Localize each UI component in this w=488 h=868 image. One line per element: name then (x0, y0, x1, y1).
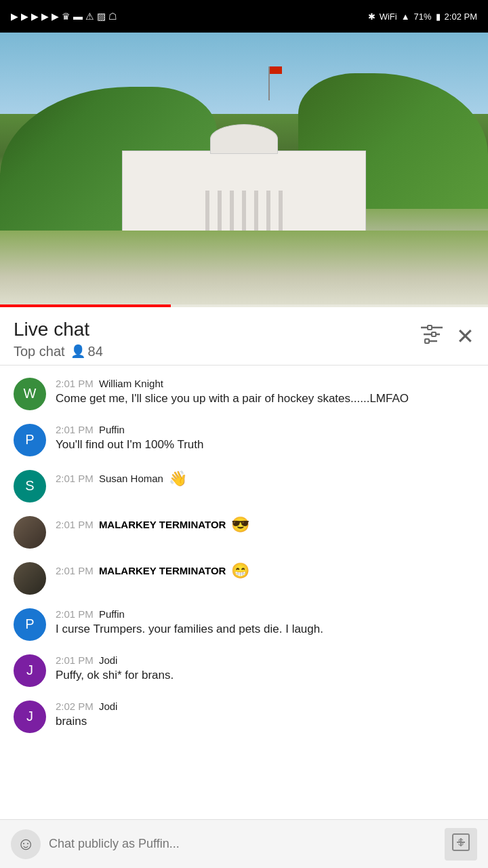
chat-messages-list: W 2:01 PM William Knight Come get me, I'… (0, 366, 488, 794)
message-content: 2:01 PM William Knight Come get me, I'll… (56, 378, 474, 407)
message-meta: 2:01 PM Puffin (56, 424, 474, 435)
chat-input-bar: ☺ $ (0, 819, 488, 868)
message-time: 2:01 PM (56, 473, 94, 484)
notification-icons: ▶ ▶ ▶ ▶ ▶ ♛ ▬ ⚠ ▨ ☖ (11, 11, 117, 22)
message-content: 2:01 PM Puffin I curse Trumpers. your fa… (56, 608, 474, 637)
avatar (14, 516, 46, 549)
avatar: W (14, 378, 46, 410)
message-content: 2:01 PM Jodi Puffy, ok shi* for brans. (56, 654, 474, 684)
emoji-button[interactable]: ☺ (11, 829, 41, 859)
chat-message: J 2:01 PM Jodi Puffy, ok shi* for brans. (0, 648, 488, 694)
send-button[interactable]: $ (445, 828, 477, 861)
viewer-count: 👤 84 (70, 344, 103, 359)
message-emoji: 😎 (231, 516, 249, 534)
filter-icon[interactable] (421, 325, 443, 349)
message-meta: 2:01 PM Jodi (56, 654, 474, 666)
chat-message: W 2:01 PM William Knight Come get me, I'… (0, 371, 488, 417)
chat-message: P 2:01 PM Puffin You'll find out I'm 100… (0, 417, 488, 463)
message-text: Puffy, ok shi* for brans. (56, 667, 474, 684)
avatar: P (14, 608, 46, 641)
message-meta: 2:02 PM Jodi (56, 701, 474, 712)
chat-header-actions: ✕ (421, 323, 474, 349)
message-author: Jodi (99, 654, 118, 666)
message-author: MALARKEY TERMINATOR (99, 519, 226, 530)
message-time: 2:01 PM (56, 519, 94, 530)
play-icon-4: ▶ (41, 11, 49, 22)
message-emoji: 😁 (231, 562, 249, 580)
viewer-icon: 👤 (70, 344, 85, 359)
svg-rect-5 (425, 339, 429, 343)
status-bar: ▶ ▶ ▶ ▶ ▶ ♛ ▬ ⚠ ▨ ☖ ✱ WiFi ▲ 71% ▮ 2:02 … (0, 0, 488, 33)
message-time: 2:01 PM (56, 654, 94, 666)
video-progress-bar[interactable] (0, 304, 488, 307)
bag-icon: ☖ (108, 11, 117, 22)
chat-message: J 2:02 PM Jodi brains (0, 694, 488, 740)
video-ground (0, 231, 488, 307)
chat-message: 2:01 PM MALARKEY TERMINATOR 😁 (0, 555, 488, 601)
play-icon: ▶ (11, 11, 18, 22)
message-content: 2:01 PM MALARKEY TERMINATOR 😁 (56, 562, 474, 581)
message-text: Come get me, I'll slice you up with a pa… (56, 391, 474, 407)
video-player[interactable] (0, 33, 488, 307)
message-text: I curse Trumpers. your families and pets… (56, 621, 474, 637)
chat-header-info: Live chat Top chat 👤 84 (14, 318, 103, 359)
message-meta: 2:01 PM Susan Homan 👋 (56, 470, 474, 488)
signal-icon: ▲ (401, 12, 410, 22)
message-time: 2:01 PM (56, 424, 94, 435)
avatar: P (14, 424, 46, 456)
message-text: brains (56, 713, 474, 730)
message-author: Puffin (99, 608, 125, 620)
video-progress-fill (0, 304, 171, 307)
image-icon: ▨ (97, 11, 106, 22)
svg-rect-3 (428, 326, 432, 330)
battery-icon: ▮ (436, 12, 441, 22)
chat-message: P 2:01 PM Puffin I curse Trumpers. your … (0, 601, 488, 648)
message-author: MALARKEY TERMINATOR (99, 565, 226, 576)
folder-icon: ▬ (73, 11, 83, 22)
video-flag (270, 66, 282, 74)
message-text: You'll find out I'm 100% Truth (56, 437, 474, 453)
avatar (14, 562, 46, 595)
warning-icon: ⚠ (85, 11, 94, 22)
message-author: Jodi (99, 701, 118, 712)
message-meta: 2:01 PM Puffin (56, 608, 474, 620)
message-content: 2:02 PM Jodi brains (56, 701, 474, 730)
wifi-icon: WiFi (380, 12, 397, 22)
message-content: 2:01 PM Puffin You'll find out I'm 100% … (56, 424, 474, 453)
message-time: 2:01 PM (56, 608, 94, 620)
message-author: Susan Homan (99, 473, 163, 484)
close-icon[interactable]: ✕ (456, 323, 474, 349)
emoji-icon: ☺ (17, 833, 35, 854)
bluetooth-icon: ✱ (368, 12, 375, 22)
message-time: 2:01 PM (56, 378, 94, 389)
message-meta: 2:01 PM William Knight (56, 378, 474, 389)
video-building (122, 151, 366, 239)
video-content (0, 33, 488, 307)
message-meta: 2:01 PM MALARKEY TERMINATOR 😁 (56, 562, 474, 580)
message-author: Puffin (99, 424, 125, 435)
svg-rect-4 (432, 332, 436, 336)
message-meta: 2:01 PM MALARKEY TERMINATOR 😎 (56, 516, 474, 534)
message-time: 2:01 PM (56, 565, 94, 576)
chat-message: 2:01 PM MALARKEY TERMINATOR 😎 (0, 509, 488, 555)
svg-text:$: $ (458, 837, 464, 848)
video-dome (210, 124, 278, 154)
top-chat-label[interactable]: Top chat (14, 344, 65, 359)
clock: 2:02 PM (445, 12, 477, 22)
chat-header: Live chat Top chat 👤 84 ✕ (0, 307, 488, 366)
message-content: 2:01 PM Susan Homan 👋 (56, 470, 474, 489)
avatar: S (14, 470, 46, 502)
send-icon: $ (451, 833, 470, 856)
avatar: J (14, 654, 46, 687)
chat-title: Live chat (14, 318, 103, 341)
message-author: William Knight (99, 378, 163, 389)
play-icon-3: ▶ (31, 11, 39, 22)
play-icon-2: ▶ (21, 11, 28, 22)
chat-subtitle: Top chat 👤 84 (14, 344, 103, 359)
avatar: J (14, 701, 46, 733)
system-status: ✱ WiFi ▲ 71% ▮ 2:02 PM (368, 12, 477, 22)
video-flagpole (268, 66, 270, 100)
chat-input[interactable] (49, 829, 436, 859)
viewer-count-number: 84 (88, 344, 103, 359)
message-content: 2:01 PM MALARKEY TERMINATOR 😎 (56, 516, 474, 535)
